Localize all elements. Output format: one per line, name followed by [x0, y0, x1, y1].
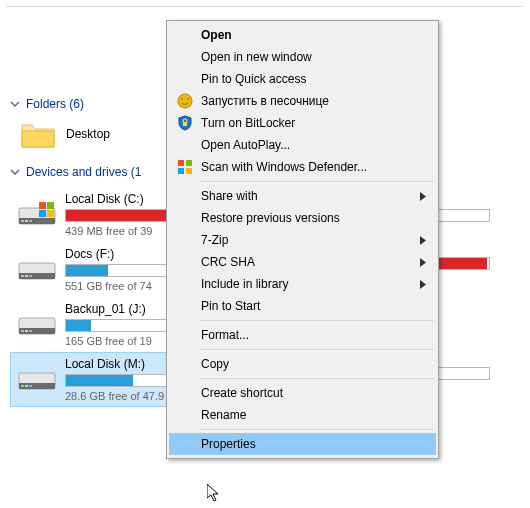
svg-rect-8 — [47, 210, 54, 217]
menu-item-scan-with-windows-defender[interactable]: Scan with Windows Defender... — [169, 156, 436, 178]
menu-separator — [199, 320, 434, 321]
menu-item-label: Create shortcut — [201, 386, 283, 400]
menu-separator — [199, 181, 434, 182]
context-menu[interactable]: OpenOpen in new windowPin to Quick acces… — [166, 20, 439, 459]
svg-rect-17 — [25, 275, 28, 277]
devices-section-title: Devices and drives (1 — [26, 165, 141, 179]
menu-item-create-shortcut[interactable]: Create shortcut — [169, 382, 436, 404]
chevron-down-icon — [10, 99, 20, 109]
menu-item-label: Запустить в песочнице — [201, 94, 329, 108]
svg-rect-25 — [19, 328, 55, 334]
menu-item-open[interactable]: Open — [169, 24, 436, 46]
menu-item-pin-to-start[interactable]: Pin to Start — [169, 295, 436, 317]
svg-rect-4 — [29, 220, 32, 222]
menu-separator — [199, 378, 434, 379]
menu-item-label: Share with — [201, 189, 258, 203]
menu-item-label: Pin to Start — [201, 299, 260, 313]
menu-item-label: Open — [201, 28, 232, 42]
menu-item-label: Restore previous versions — [201, 211, 340, 225]
menu-item-label: Rename — [201, 408, 246, 422]
menu-item-label: Format... — [201, 328, 249, 342]
hard-disk-icon — [17, 310, 57, 340]
svg-rect-46 — [186, 168, 192, 174]
menu-item-turn-on-bitlocker[interactable]: Turn on BitLocker — [169, 112, 436, 134]
menu-item-label: Properties — [201, 437, 256, 451]
menu-item-share-with[interactable]: Share with — [169, 185, 436, 207]
svg-rect-16 — [21, 275, 24, 277]
menu-item-rename[interactable]: Rename — [169, 404, 436, 426]
menu-item-item[interactable]: Запустить в песочнице — [169, 90, 436, 112]
svg-rect-30 — [19, 383, 55, 389]
folder-icon — [20, 119, 56, 149]
menu-item-7-zip[interactable]: 7-Zip — [169, 229, 436, 251]
svg-rect-6 — [47, 202, 54, 209]
menu-item-label: CRC SHA — [201, 255, 255, 269]
svg-rect-3 — [25, 220, 28, 222]
svg-rect-42 — [183, 122, 187, 126]
hard-disk-icon — [17, 255, 57, 285]
submenu-arrow-icon — [420, 258, 426, 267]
svg-rect-28 — [29, 330, 32, 332]
menu-item-label: Include in library — [201, 277, 288, 291]
menu-item-restore-previous-versions[interactable]: Restore previous versions — [169, 207, 436, 229]
hard-disk-icon — [17, 365, 57, 395]
menu-item-label: Scan with Windows Defender... — [201, 160, 367, 174]
folder-label: Desktop — [66, 127, 110, 141]
svg-point-40 — [181, 98, 183, 100]
folders-section-title: Folders (6) — [26, 97, 84, 111]
submenu-arrow-icon — [420, 236, 426, 245]
svg-rect-1 — [19, 218, 55, 224]
svg-rect-7 — [39, 210, 46, 217]
bitlocker-icon — [177, 115, 193, 131]
chevron-down-icon — [10, 167, 20, 177]
svg-rect-15 — [19, 273, 55, 279]
svg-rect-5 — [39, 202, 46, 209]
menu-item-crc-sha[interactable]: CRC SHA — [169, 251, 436, 273]
menu-separator — [199, 349, 434, 350]
menu-item-label: Open AutoPlay... — [201, 138, 290, 152]
svg-rect-27 — [25, 330, 28, 332]
defender-icon — [177, 159, 193, 175]
svg-rect-45 — [178, 168, 184, 174]
svg-rect-32 — [25, 385, 28, 387]
submenu-arrow-icon — [420, 192, 426, 201]
menu-item-pin-to-quick-access[interactable]: Pin to Quick access — [169, 68, 436, 90]
menu-item-label: Pin to Quick access — [201, 72, 306, 86]
mouse-cursor — [207, 484, 223, 504]
menu-separator — [199, 429, 434, 430]
menu-item-include-in-library[interactable]: Include in library — [169, 273, 436, 295]
menu-item-open-in-new-window[interactable]: Open in new window — [169, 46, 436, 68]
svg-rect-44 — [186, 160, 192, 166]
menu-item-properties[interactable]: Properties — [169, 433, 436, 455]
menu-item-format[interactable]: Format... — [169, 324, 436, 346]
svg-rect-26 — [21, 330, 24, 332]
menu-item-label: Copy — [201, 357, 229, 371]
menu-item-open-autoplay[interactable]: Open AutoPlay... — [169, 134, 436, 156]
folder-desktop[interactable]: Desktop — [20, 119, 160, 149]
menu-item-copy[interactable]: Copy — [169, 353, 436, 375]
submenu-arrow-icon — [420, 280, 426, 289]
svg-rect-33 — [29, 385, 32, 387]
svg-rect-43 — [178, 160, 184, 166]
sandbox-icon — [177, 93, 193, 109]
menu-item-label: Turn on BitLocker — [201, 116, 295, 130]
svg-point-41 — [187, 98, 189, 100]
hard-disk-icon — [17, 200, 57, 230]
svg-point-39 — [178, 94, 192, 108]
menu-item-label: Open in new window — [201, 50, 312, 64]
menu-item-label: 7-Zip — [201, 233, 228, 247]
svg-rect-2 — [21, 220, 24, 222]
svg-rect-31 — [21, 385, 24, 387]
svg-rect-18 — [29, 275, 32, 277]
